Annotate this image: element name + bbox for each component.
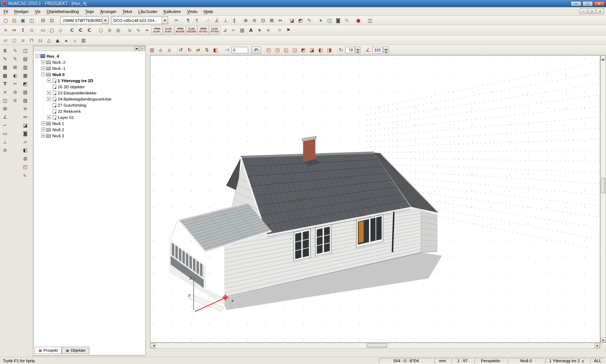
tree-expander-icon[interactable]: +	[41, 134, 45, 138]
horizontal-scrollbar[interactable]	[150, 343, 600, 349]
offset-input[interactable]	[232, 47, 248, 53]
u-profile-open-icon[interactable]: ∪	[19, 36, 27, 44]
tree-node[interactable]: +Nivå 3	[34, 133, 145, 139]
ellipse-profile-icon[interactable]: ○	[10, 36, 18, 44]
paste-special-icon[interactable]: ◫	[21, 46, 30, 55]
tree-node[interactable]: +Nivå 1	[34, 120, 145, 126]
tree-expander-icon[interactable]: +	[41, 66, 45, 70]
horizontal-scroll-thumb[interactable]	[367, 343, 387, 348]
flag-icon[interactable]: ⚑	[284, 26, 293, 34]
tree-node[interactable]: +1 Yttervegg tre 2D	[34, 77, 145, 84]
stretch-icon[interactable]: ↕	[19, 26, 27, 34]
pan-icon[interactable]: ⇔	[276, 17, 285, 25]
tree-expander-icon[interactable]: +	[41, 60, 45, 64]
polygon-tool-icon[interactable]: ◇	[56, 26, 65, 34]
tree-expander-icon[interactable]: +	[47, 97, 51, 101]
render-ball-icon[interactable]: ●	[354, 17, 363, 25]
contrast-icon[interactable]: ◐	[11, 71, 19, 80]
tree-expander-icon[interactable]: +	[41, 121, 45, 125]
diagram-icon[interactable]: ∿	[343, 17, 351, 25]
perpendicular-snap-icon[interactable]: ⊥	[1, 138, 9, 146]
circle-3point-tool-icon[interactable]: ◎	[114, 26, 122, 34]
restore-button[interactable]: ▢	[582, 1, 593, 6]
tree-expander-icon[interactable]: +	[41, 128, 45, 132]
combo-dropdown-icon[interactable]	[162, 17, 168, 24]
tab-objekter[interactable]: ▣Objekter	[62, 347, 89, 354]
menu-arranger[interactable]: Arranger	[97, 8, 119, 15]
circle-center-tool-icon[interactable]: ○	[97, 26, 105, 34]
tree-expander-icon[interactable]: +	[47, 79, 51, 83]
grid-snap-icon[interactable]: ⊞	[1, 105, 9, 113]
tree-node[interactable]: +Nivå -2	[34, 59, 145, 65]
tree-expander-icon[interactable]: +	[47, 115, 51, 119]
menu-vindu[interactable]: Vindu	[184, 8, 200, 15]
closed-fitted-button[interactable]: CLOS.FITTED	[209, 26, 220, 35]
tree-node[interactable]: +24 Bjelkelag/bindingsverk/tak	[34, 96, 145, 102]
measure-tool-icon[interactable]: ⊥	[221, 17, 230, 25]
zoom-window-icon[interactable]: ⊡	[259, 17, 267, 25]
triangle-outline-icon[interactable]: △	[45, 36, 53, 44]
view-cube-left-icon[interactable]: ◱	[282, 46, 290, 54]
menu-l-s-juster[interactable]: Lås/Juster	[135, 8, 160, 15]
explode-icon[interactable]: ∗	[255, 26, 264, 34]
circle-diameter-tool-icon[interactable]: ⊙	[105, 26, 114, 34]
exclude-icon[interactable]: ⊘	[1, 146, 9, 154]
rotate-right-icon[interactable]: ↻	[185, 46, 194, 54]
hatch-tool-icon[interactable]: ▨	[238, 26, 246, 34]
rotation-step-icon[interactable]: ↻	[337, 46, 345, 54]
list-icon[interactable]: ≡	[11, 96, 19, 105]
profile-library-icon[interactable]: ▥	[79, 36, 88, 44]
section-layer-icon[interactable]: ◪	[21, 121, 30, 129]
panel-autohide-icon[interactable]: ▬	[134, 46, 139, 50]
closed-bspline-button[interactable]: CLOS.B-SPL	[163, 26, 174, 35]
grid-angle-icon[interactable]: ∠	[364, 46, 372, 54]
box-select-icon[interactable]: ▭	[1, 129, 9, 138]
layers-icon[interactable]: ◫	[325, 17, 334, 25]
menu-hjelp[interactable]: Hjelp	[201, 8, 216, 15]
tab-prosjekt[interactable]: ▦Prosjekt	[35, 347, 62, 354]
tree-node[interactable]: 27 Gulv/himling	[34, 102, 145, 108]
print-icon[interactable]: ⊟	[39, 17, 47, 25]
tree-node[interactable]: +Nivå 2	[34, 126, 145, 133]
split-object-icon[interactable]: ◫	[1, 96, 9, 105]
zoom-extents-icon[interactable]: ⊠	[268, 17, 276, 25]
mirror-icon[interactable]: ◧	[211, 46, 220, 54]
light-icon[interactable]: ☼	[276, 26, 284, 34]
slab-surface-icon[interactable]: ◩	[297, 17, 305, 25]
chamfer-icon[interactable]: ⊿	[221, 26, 229, 34]
open-bspline-button[interactable]: OPENB-SPL	[152, 26, 163, 35]
snap-point-icon[interactable]: +	[1, 26, 10, 34]
stairs-layer-icon[interactable]: ≡	[21, 105, 30, 113]
tree-node[interactable]: −Hus_4	[34, 53, 145, 59]
wizard-icon[interactable]: ∗	[317, 17, 325, 25]
macro-icon[interactable]: ◰	[21, 163, 30, 171]
paint-tool-icon[interactable]: ✎	[305, 17, 313, 25]
column-layer-icon[interactable]: ▨	[21, 96, 30, 105]
close-button[interactable]: ×	[594, 1, 605, 6]
corner-trim-icon[interactable]: ⌐	[1, 121, 9, 129]
arc-3point-tool-icon[interactable]: C	[76, 26, 85, 34]
zoom-out-icon[interactable]: ⊖	[250, 17, 259, 25]
rectangle-tool-icon[interactable]: ▭	[39, 26, 47, 34]
section-view-icon[interactable]: ▤	[148, 46, 156, 54]
drawing-area[interactable]: z y x	[150, 55, 600, 343]
snap-settings-icon[interactable]: S	[1, 46, 9, 55]
minimize-button[interactable]: —	[571, 1, 581, 6]
wall-layer-icon[interactable]: ▤	[21, 55, 30, 63]
plan-view-icon[interactable]: ⌂	[157, 46, 165, 54]
roof-surface-icon[interactable]: ◪	[288, 17, 296, 25]
coordinate-system-icon[interactable]: ∟	[21, 171, 30, 179]
open-file-icon[interactable]: ▤	[10, 17, 18, 25]
menu-tekst[interactable]: Tekst	[119, 8, 135, 15]
view-cube-bottom-icon[interactable]: ◪	[308, 46, 316, 54]
insert-point-icon[interactable]: ∴	[204, 17, 212, 25]
sketch-pencil-icon[interactable]: ✎	[1, 55, 9, 63]
support-board-combo[interactable]: 23MM STØTTEBORD	[60, 17, 109, 24]
closed-bezier-button[interactable]: CLOS.BEZIER	[186, 26, 197, 35]
triangle-small-icon[interactable]: ▴	[62, 36, 70, 44]
doc-close-button[interactable]: ×	[596, 9, 604, 14]
dimension-layer-icon[interactable]: ↔	[21, 113, 30, 121]
edit-pencil-icon[interactable]: ✎	[11, 46, 19, 55]
menu-fil[interactable]: Fil	[1, 8, 11, 15]
u-spline-tool-icon[interactable]: ∪	[126, 26, 134, 34]
